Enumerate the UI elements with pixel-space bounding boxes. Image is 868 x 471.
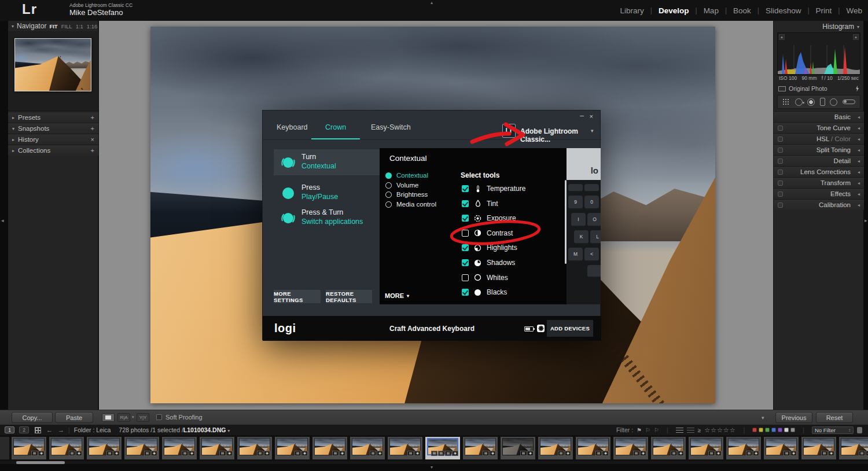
mode-media-control[interactable]: Media control [385, 201, 436, 208]
module-develop[interactable]: Develop [659, 6, 689, 15]
spot-removal-icon[interactable] [795, 98, 803, 106]
adjustment-badge-icon[interactable]: ◆ [264, 451, 270, 456]
adjustment-badge-icon[interactable]: ◆ [753, 451, 759, 456]
tool-checkbox[interactable] [462, 200, 469, 207]
zoom-option-fit[interactable]: FIT [49, 23, 57, 30]
more-settings-button[interactable]: MORE SETTINGS [274, 290, 321, 303]
filmstrip-cell[interactable]: ◆▤ [839, 437, 868, 459]
adjustment-badge-icon[interactable]: ◆ [339, 451, 345, 456]
go-back-arrow-icon[interactable]: ← [46, 426, 53, 433]
previous-button[interactable]: Previous [775, 412, 812, 423]
tool-checkbox[interactable] [462, 244, 469, 251]
metadata-badge-icon[interactable]: ▤ [182, 451, 188, 456]
mode-contextual[interactable]: Contextual [385, 172, 428, 179]
filmstrip-cell[interactable]: ◆▤ [388, 437, 422, 459]
filter-lock-icon[interactable] [857, 427, 862, 433]
metadata-badge-icon[interactable]: ▤ [483, 451, 489, 456]
tool-shadows[interactable]: Shadows [462, 259, 515, 267]
panel-toggle-switch[interactable] [778, 181, 783, 186]
adjustment-badge-icon[interactable]: ◆ [828, 451, 834, 456]
right-section-split-toning[interactable]: Split Toning◂ [774, 144, 864, 155]
filmstrip-cell[interactable]: ◆▤ [801, 437, 836, 459]
module-library[interactable]: Library [620, 6, 644, 15]
tool-checkbox[interactable] [462, 259, 469, 266]
filmstrip-cell[interactable]: ◆▤ [312, 437, 347, 459]
toolbar-caret-icon[interactable]: ▾ [762, 415, 764, 421]
module-map[interactable]: Map [704, 6, 719, 15]
right-section-basic[interactable]: Basic◂ [774, 111, 864, 122]
right-section-lens-corrections[interactable]: Lens Corrections◂ [774, 166, 864, 177]
flag-picked-icon[interactable]: ⚑ [637, 427, 642, 433]
split-view-button[interactable]: Y|Y [137, 413, 149, 422]
metadata-badge-icon[interactable]: ▤ [821, 451, 827, 456]
filmstrip-cell[interactable]: ◆▤ [726, 437, 761, 459]
adjustment-badge-icon[interactable]: ◆ [38, 451, 45, 456]
filmstrip-cell[interactable]: ◆▤ [538, 437, 573, 459]
metadata-badge-icon[interactable]: ▤ [407, 451, 414, 456]
more-expander[interactable]: MORE▾ [385, 292, 409, 299]
metadata-badge-icon[interactable]: ▤ [784, 451, 790, 456]
shadow-clipping-icon[interactable]: ▲ [779, 34, 785, 40]
filmstrip-cell[interactable]: ◆▤ [87, 437, 122, 459]
loupe-view-button[interactable] [102, 413, 115, 422]
filmstrip-cell[interactable]: ◆▤ [275, 437, 310, 459]
star-rating-filter[interactable]: ☆☆☆☆☆ [704, 426, 735, 434]
crown-action-contextual[interactable]: TurnContextual [274, 149, 380, 175]
filmstrip-cell[interactable]: ◆▤ [200, 437, 234, 459]
adjustment-badge-icon[interactable]: ◆ [866, 451, 868, 456]
histogram-graph[interactable]: ▲ ▲ [777, 32, 860, 75]
filmstrip-cell[interactable]: ◆▤ [764, 437, 799, 459]
left-section-presets[interactable]: ▸Presets+ [8, 112, 98, 123]
right-section-detail[interactable]: Detail◂ [774, 155, 864, 166]
adjustment-badge-icon[interactable]: ◆ [678, 451, 684, 456]
tool-contrast[interactable]: Contrast [462, 229, 513, 237]
histogram-header[interactable]: Histogram ▾ [774, 22, 864, 31]
metadata-badge-icon[interactable]: ▤ [144, 451, 150, 456]
bottom-panel-collapse-icon[interactable]: ▾ [431, 465, 433, 470]
metadata-badge-icon[interactable]: ▤ [746, 451, 752, 456]
metadata-badge-icon[interactable]: ▤ [69, 451, 75, 456]
navigator-thumbnail[interactable] [14, 38, 91, 91]
adjustment-badge-icon[interactable]: ◆ [602, 451, 609, 456]
adjustment-badge-icon[interactable]: ◆ [527, 451, 534, 456]
rating-operator[interactable]: ≥ [698, 427, 701, 433]
metadata-badge-icon[interactable]: ▤ [520, 451, 527, 456]
flag-unflagged-icon[interactable]: ⚐ [645, 427, 650, 433]
filmstrip-cell[interactable]: ◆▤ [651, 437, 686, 459]
panel-toggle-switch[interactable] [778, 192, 783, 197]
panel-toggle-switch[interactable] [778, 159, 783, 164]
grid-view-icon[interactable] [35, 427, 41, 433]
metadata-badge-icon[interactable]: ▤ [445, 451, 451, 456]
right-section-transform[interactable]: Transform◂ [774, 177, 864, 188]
module-slideshow[interactable]: Slideshow [766, 6, 801, 15]
filmstrip-scrollbar-track[interactable] [0, 461, 868, 464]
navigator-header[interactable]: ▾ Navigator FITFILL1:11:16↕ [8, 21, 98, 31]
filmstrip-cell-stub[interactable] [0, 437, 9, 459]
metadata-badge-icon[interactable]: ▤ [257, 451, 263, 456]
filmstrip-cell[interactable]: ◆▤ [689, 437, 723, 459]
metadata-badge-icon[interactable]: ▤ [431, 451, 437, 456]
selection-status[interactable]: 728 photos /1 selected /L1010034.DNG ▾ [119, 426, 230, 433]
adjustment-badge-icon[interactable]: ◆ [151, 451, 157, 456]
filmstrip-cell[interactable]: ◆▤ [576, 437, 610, 459]
adjustment-badge-icon[interactable]: ◆ [76, 451, 82, 456]
tool-checkbox[interactable] [462, 289, 469, 296]
module-print[interactable]: Print [816, 6, 832, 15]
tab-keyboard[interactable]: Keyboard [277, 123, 308, 131]
app-selector-label[interactable]: Adobe Lightroom Classic... [520, 127, 600, 143]
metadata-badge-icon[interactable]: ▤ [219, 451, 226, 456]
panel-toggle-switch[interactable] [778, 203, 783, 208]
filmstrip-cell[interactable]: ◆▤ [49, 437, 84, 459]
tool-tint[interactable]: Tint [462, 200, 498, 208]
adjustment-badge-icon[interactable]: ◆ [715, 451, 722, 456]
main-window-button[interactable]: 1 [5, 426, 14, 433]
adjustment-badge-icon[interactable]: ◆ [452, 451, 458, 456]
tab-easy-switch[interactable]: Easy-Switch [371, 123, 411, 131]
crop-tool-icon[interactable] [782, 98, 790, 106]
app-selector-caret-icon[interactable]: ▾ [591, 128, 594, 134]
metadata-badge-icon[interactable]: ▤ [708, 451, 715, 456]
filmstrip-cell[interactable]: ◆▤ [501, 437, 535, 459]
tool-checkbox[interactable] [462, 230, 469, 237]
adjustment-badge-icon[interactable]: ◆ [113, 451, 120, 456]
adjustment-badge-icon[interactable]: ◆ [640, 451, 646, 456]
